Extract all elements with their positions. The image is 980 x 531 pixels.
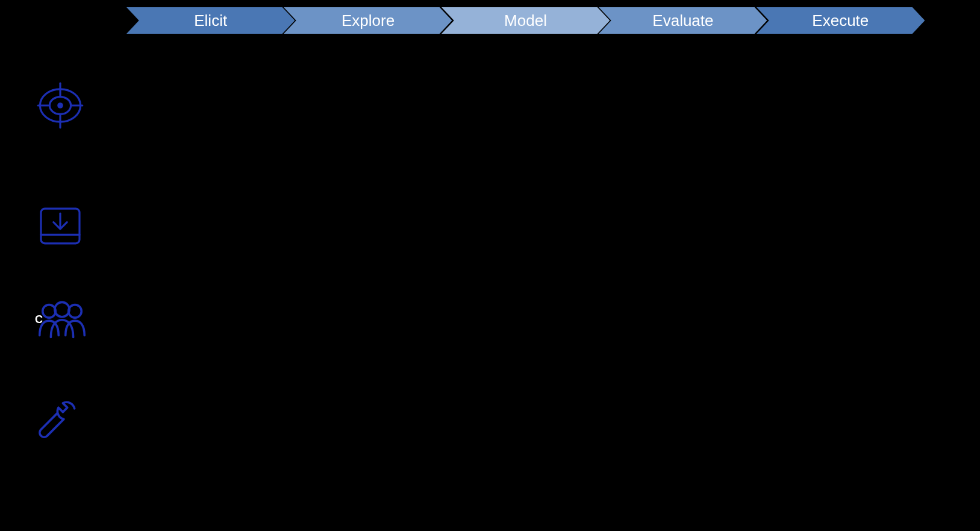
svg-point-16: [69, 305, 82, 318]
people-icon: C: [36, 298, 96, 341]
chevron-label: Explore: [342, 11, 395, 30]
chevron-execute: Execute: [757, 7, 925, 34]
svg-point-17: [55, 302, 69, 316]
chevron-label: Evaluate: [652, 11, 713, 30]
download-icon: [36, 202, 96, 250]
chevron-explore: Explore: [284, 7, 452, 34]
chevron-label: Model: [504, 11, 547, 30]
overlay-letter: C: [35, 313, 43, 326]
wrench-icon: [36, 398, 96, 442]
svg-point-7: [57, 102, 63, 108]
chevron-evaluate: Evaluate: [599, 7, 767, 34]
side-icon-column: C: [36, 0, 96, 531]
target-icon: [36, 81, 96, 130]
chevron-elicit: Elicit: [126, 7, 295, 34]
chevron-model: Model: [442, 7, 610, 34]
svg-point-15: [43, 305, 56, 318]
process-chevron-row: Elicit Explore Model Evaluate Execute: [126, 7, 914, 34]
chevron-label: Execute: [812, 11, 869, 30]
chevron-label: Elicit: [194, 11, 227, 30]
